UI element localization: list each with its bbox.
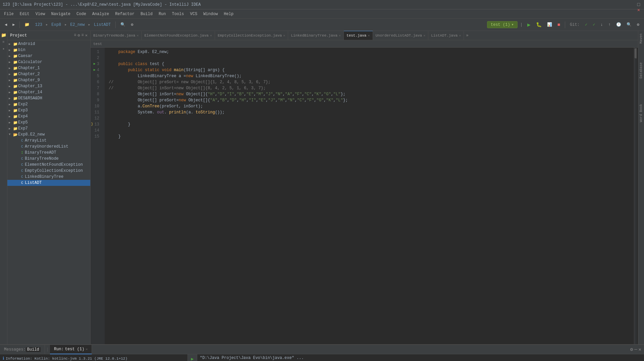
tab-close-icon[interactable]: ✕	[459, 34, 461, 38]
menu-navigate[interactable]: Navigate	[48, 11, 73, 17]
bottom-tab-run[interactable]: Run: test (1) ✕	[50, 345, 92, 354]
project-settings[interactable]: ⚙	[77, 33, 80, 38]
tab-close-icon[interactable]: ✕	[368, 34, 370, 38]
tab-elementnotfoundexception[interactable]: ElementNotFoundException.java ✕	[142, 31, 215, 40]
tab-emptycollectionexception[interactable]: EmptyCollectionException.java ✕	[215, 31, 288, 40]
menu-help[interactable]: Help	[221, 11, 236, 17]
tree-calculator[interactable]: ▶ 📁 Calculator	[7, 59, 90, 65]
tree-listadt[interactable]: C ListADT	[7, 180, 90, 186]
tree-elementnotfoundexception[interactable]: C ElementNotFoundException	[7, 162, 90, 168]
tab-overflow[interactable]: »	[464, 33, 470, 38]
tree-binarytreeadt[interactable]: I BinaryTreeADT	[7, 150, 90, 156]
tree-bin[interactable]: ▶ 📁 bin	[7, 47, 90, 53]
bottom-close-icon[interactable]: ✕	[639, 347, 641, 352]
breadcrumb-item[interactable]: test	[93, 42, 102, 46]
menu-build[interactable]: Build	[138, 11, 155, 17]
tree-chapter14[interactable]: ▶ 📁 Chapter_14	[7, 89, 90, 95]
menu-analyze[interactable]: Analyze	[90, 11, 112, 17]
tab-close-icon[interactable]: ✕	[423, 34, 425, 38]
tree-linkedbinarytree[interactable]: C LinkedBinaryTree	[7, 174, 90, 180]
tree-arraylist[interactable]: C ArrayList	[7, 138, 90, 144]
tab-unorderedlistadt[interactable]: UnorderedListADT.java ✕	[373, 31, 429, 40]
menu-window[interactable]: Window	[201, 11, 220, 17]
toolbar-back[interactable]: ◀	[3, 21, 9, 28]
run-button[interactable]: ▶	[525, 21, 533, 29]
structure-icon[interactable]: ≡	[1, 39, 7, 45]
tree-emptycollectionexception[interactable]: C EmptyCollectionException	[7, 168, 90, 174]
code-editor[interactable]: 1 2 ▶3 ▶4 5 6 7 8 9 10 11 12 }13 14 15	[91, 48, 638, 344]
favorites-icon[interactable]: ★	[1, 46, 7, 52]
debug-button[interactable]: 🐛	[534, 21, 544, 28]
project-icon[interactable]: 📁	[1, 32, 7, 38]
tab-test[interactable]: test.java ✕	[344, 31, 373, 40]
git-history[interactable]: 🕐	[614, 21, 623, 28]
git-check2[interactable]: ✓	[591, 21, 597, 28]
menu-file[interactable]: File	[1, 11, 16, 17]
menu-refactor[interactable]: Refactor	[112, 11, 137, 17]
tree-chapter2[interactable]: ▶ 📁 Chapter_2	[7, 71, 90, 77]
run-tab-close[interactable]: ✕	[86, 347, 88, 351]
database-label[interactable]: Database	[639, 60, 643, 81]
code-content[interactable]: package Exp8. E2_new; public class test …	[105, 48, 634, 344]
tree-binarytreenode[interactable]: C BinaryTreeNode	[7, 156, 90, 162]
run-gutter-icon[interactable]: ▶	[94, 61, 96, 67]
tree-chapter1[interactable]: ▶ 📁 Chapter_1	[7, 65, 90, 71]
tab-close-icon[interactable]: ✕	[210, 34, 212, 38]
bottom-tab-messages[interactable]: Messages: Build	[0, 345, 45, 354]
tree-exp3[interactable]: ▶ 📁 Exp3	[7, 107, 90, 113]
run-config-selector[interactable]: test (1) ▾	[487, 21, 518, 28]
toolbar-search2[interactable]: 🔍	[625, 21, 634, 28]
run-rerun-button[interactable]: ▶	[189, 356, 196, 361]
menu-edit[interactable]: Edit	[17, 11, 32, 17]
maven-label[interactable]: Maven	[639, 31, 643, 46]
tree-caesar[interactable]: ▶ 📁 Caesar	[7, 53, 90, 59]
toolbar-exp8[interactable]: Exp8	[49, 22, 63, 28]
tab-listadt[interactable]: ListADT.java ✕	[428, 31, 464, 40]
tree-exp7[interactable]: ▶ 📁 Exp7	[7, 125, 90, 132]
bottom-settings-icon[interactable]: ⚙	[630, 347, 633, 352]
tree-desrsa[interactable]: ▶ 📁 DES&RSA&DH	[7, 95, 90, 101]
close-button[interactable]: ✕	[636, 7, 641, 13]
tab-close-icon[interactable]: ✕	[283, 34, 285, 38]
toolbar-search[interactable]: 🔍	[118, 21, 127, 28]
menu-vcs[interactable]: VCS	[187, 11, 200, 17]
toolbar-project[interactable]: 📁	[22, 21, 32, 28]
bottom-tab-build[interactable]: Build	[26, 347, 41, 352]
tab-close-icon[interactable]: ✕	[339, 34, 341, 38]
menu-run[interactable]: Run	[156, 11, 169, 17]
toolbar-project-label[interactable]: 123	[33, 22, 44, 28]
run-with-coverage[interactable]: 📊	[545, 21, 554, 28]
toolbar-settings2[interactable]: ⚙	[635, 21, 641, 28]
maximize-button[interactable]: □	[636, 2, 641, 7]
git-update[interactable]: ↓	[598, 22, 605, 28]
tree-exp8e2new[interactable]: ▼ 📂 Exp8.E2_new	[7, 132, 90, 138]
tab-binarytreenode[interactable]: BinaryTreeNode.java ✕	[91, 31, 142, 40]
git-check[interactable]: ✓	[583, 21, 589, 28]
project-collapse-all[interactable]: ≡	[74, 33, 76, 38]
toolbar-settings[interactable]: ⚙	[129, 21, 135, 28]
tree-exp2[interactable]: ▶ 📁 Exp2	[7, 101, 90, 107]
toolbar-listadt[interactable]: ListADT	[92, 22, 113, 28]
project-close[interactable]: ✕	[85, 33, 88, 38]
tree-android[interactable]: ▶ 📁 Android	[7, 41, 90, 47]
project-title: Project	[10, 33, 27, 38]
tree-arrayunorderedlist[interactable]: C ArrayUnorderedList	[7, 144, 90, 150]
menu-tools[interactable]: Tools	[169, 11, 187, 17]
tree-exp4[interactable]: ▶ 📁 Exp4	[7, 113, 90, 119]
bottom-minimize-icon[interactable]: ─	[634, 347, 637, 352]
menu-view[interactable]: View	[33, 11, 48, 17]
editor-scrollbar[interactable]	[634, 48, 638, 344]
tree-chapter13[interactable]: ▶ 📁 Chapter_13	[7, 83, 90, 89]
tree-exp5[interactable]: ▶ 📁 Exp5	[7, 119, 90, 125]
stop-button[interactable]: ■	[555, 21, 562, 28]
tree-chapter9[interactable]: ▶ 📁 Chapter_9	[7, 77, 90, 83]
git-push[interactable]: ↑	[606, 22, 613, 28]
toolbar-e2new[interactable]: E2_new	[68, 22, 87, 28]
tab-close-icon[interactable]: ✕	[137, 34, 139, 38]
run-gutter-icon[interactable]: ▶	[94, 67, 96, 73]
project-gear[interactable]: ≡	[82, 33, 84, 38]
toolbar-forward[interactable]: ▶	[10, 21, 17, 28]
tab-linkedbinarytree[interactable]: LinkedBinaryTree.java ✕	[288, 31, 344, 40]
wordbook-label[interactable]: Word Book	[639, 101, 643, 125]
menu-code[interactable]: Code	[74, 11, 89, 17]
